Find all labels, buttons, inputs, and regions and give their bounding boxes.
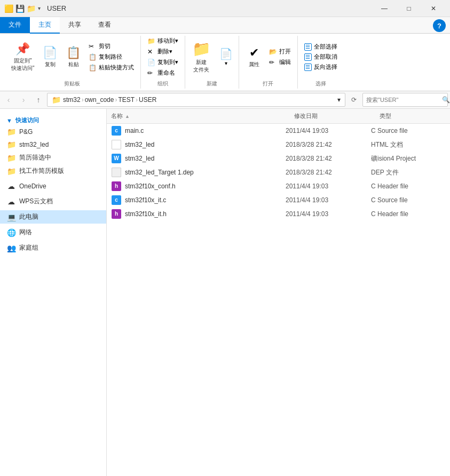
file-row-conf-h[interactable]: h stm32f10x_conf.h 2011/4/4 19:03 C Head… <box>107 179 450 193</box>
open-button[interactable]: 📂 打开 <box>267 46 293 57</box>
new-label: 新建 <box>207 80 217 89</box>
sidebar-item-stm32led[interactable]: 📁 stm32_led <box>0 138 106 151</box>
file-icon-it-c: c <box>111 195 122 205</box>
col-header-name[interactable]: 名称 ▲ <box>107 109 290 123</box>
copy-to-icon: 📄 <box>147 59 156 66</box>
sidebar-item-onedrive[interactable]: ☁ OneDrive <box>0 180 106 193</box>
tab-file[interactable]: 文件 <box>0 17 30 33</box>
network-icon: 🌐 <box>6 228 16 237</box>
select-all-button[interactable]: ☰ 全部选择 <box>302 42 340 51</box>
sidebar-item-wps[interactable]: ☁ WPS云文档 <box>0 195 106 208</box>
tab-home[interactable]: 主页 <box>30 17 60 34</box>
address-part-stm32: stm32 <box>63 96 81 104</box>
delete-button[interactable]: ✕ 删除▾ <box>145 46 180 57</box>
select-check-group: ☰ 全部选择 ☰ 全部取消 ☰ 反向选择 <box>302 42 340 72</box>
new-item-drop: ▾ <box>225 60 227 66</box>
refresh-button[interactable]: ⟳ <box>348 93 360 106</box>
sidebar-label-onedrive: OneDrive <box>19 183 100 190</box>
move-to-button[interactable]: 📁 移动到▾ <box>145 36 180 46</box>
address-bar[interactable]: 📁 stm32 › own_code › TEST › USER ▾ <box>47 93 345 107</box>
paste-shortcut-label: 粘贴快捷方式 <box>99 64 134 72</box>
file-row-stm32led-html[interactable]: stm32_led 2018/3/28 21:42 HTML 文档 <box>107 138 450 152</box>
ribbon-group-clipboard: 📌 固定到" 快速访问" 📄 复制 📋 粘贴 ✂ <box>4 36 141 89</box>
paste-shortcut-icon: 📋 <box>89 64 97 72</box>
title-bar: 🟨 💾 📁 ▾ USER — □ ✕ <box>0 0 450 17</box>
cut-button[interactable]: ✂ 剪切 <box>86 41 136 51</box>
paste-shortcut-button[interactable]: 📋 粘贴快捷方式 <box>86 62 136 73</box>
close-button[interactable]: ✕ <box>421 0 446 17</box>
new-folder-button[interactable]: 📁 新建 文件夹 <box>190 38 214 75</box>
edit-button[interactable]: ✏ 编辑 <box>267 57 293 67</box>
file-row-it-h[interactable]: h stm32f10x_it.h 2011/4/4 19:03 C Header… <box>107 207 450 221</box>
copy-button[interactable]: 📄 复制 <box>40 44 61 70</box>
file-row-it-c[interactable]: c stm32f10x_it.c 2011/4/4 19:03 C Source… <box>107 193 450 207</box>
file-type-stm32led-proj: 礦ision4 Project <box>371 154 446 163</box>
address-folder-icon: 📁 <box>52 96 61 104</box>
rename-button[interactable]: ✏ 重命名 <box>145 68 180 78</box>
file-type-it-c: C Source file <box>371 196 446 204</box>
new-items: 📁 新建 文件夹 📄 ▾ <box>190 36 234 78</box>
open-label: 打开 <box>279 47 291 55</box>
back-button[interactable]: ‹ <box>2 93 15 106</box>
sidebar-label-homegroup: 家庭组 <box>19 243 100 252</box>
sidebar-item-homegroup[interactable]: 👥 家庭组 <box>0 241 106 255</box>
file-icon-conf-h: h <box>111 181 122 192</box>
sidebar-item-template[interactable]: 📁 找工作简历模版 <box>0 164 106 178</box>
minimize-button[interactable]: — <box>372 0 397 17</box>
invert-select-button[interactable]: ☰ 反向选择 <box>302 62 340 72</box>
address-dropdown-arrow[interactable]: ▾ <box>337 96 341 104</box>
dep-file-icon <box>112 168 121 177</box>
help-button[interactable]: ? <box>433 19 446 32</box>
sidebar-label-network: 网络 <box>19 228 100 237</box>
file-type-it-h: C Header file <box>371 210 446 218</box>
search-icon: 🔍 <box>442 96 450 104</box>
copy-to-button[interactable]: 📄 复制到▾ <box>145 57 180 67</box>
delete-label: 删除▾ <box>157 47 172 55</box>
sidebar-section-wps: ☁ WPS云文档 <box>0 195 106 208</box>
up-button[interactable]: ↑ <box>32 93 45 106</box>
sidebar-item-network[interactable]: 🌐 网络 <box>0 226 106 239</box>
sidebar-item-resume[interactable]: 📁 简历筛选中 <box>0 151 106 164</box>
file-type-dep: DEP 文件 <box>371 168 446 177</box>
titlebar-dropdown[interactable]: ▾ <box>38 5 41 11</box>
pin-icon: 📌 <box>15 42 30 56</box>
file-list-area: 名称 ▲ 修改日期 类型 c main.c 2011/4/4 19:03 C S… <box>107 109 450 476</box>
sidebar-label-resume: 简历筛选中 <box>19 153 100 162</box>
new-item-button[interactable]: 📄 ▾ <box>218 46 234 67</box>
tab-share[interactable]: 共享 <box>60 17 90 33</box>
file-list-header: 名称 ▲ 修改日期 类型 <box>107 109 450 124</box>
sidebar-header-quickaccess[interactable]: ▼ 快速访问 <box>0 113 106 125</box>
c-source-icon: c <box>112 126 121 136</box>
folder-icon-stm32led: 📁 <box>6 140 16 149</box>
file-row-dep[interactable]: stm32_led_Target 1.dep 2018/3/28 21:42 D… <box>107 165 450 179</box>
col-header-date[interactable]: 修改日期 <box>290 109 375 123</box>
pin-button[interactable]: 📌 固定到" 快速访问" <box>9 41 37 74</box>
h-header-icon-2: h <box>112 209 121 219</box>
sidebar-section-homegroup: 👥 家庭组 <box>0 241 106 255</box>
col-header-type[interactable]: 类型 <box>375 109 450 123</box>
file-date-dep: 2018/3/28 21:42 <box>286 169 371 176</box>
sidebar-section-quickaccess: ▼ 快速访问 📁 P&G 📁 stm32_led 📁 简历筛选中 📁 找工作简历… <box>0 113 106 178</box>
sidebar-item-pg[interactable]: 📁 P&G <box>0 125 106 138</box>
file-name-it-c: stm32f10x_it.c <box>125 196 286 204</box>
pin-label: 固定到" <box>14 57 32 65</box>
properties-label: 属性 <box>249 61 259 68</box>
tab-view[interactable]: 查看 <box>90 17 120 33</box>
homegroup-icon: 👥 <box>6 244 16 252</box>
copy-path-button[interactable]: 📋 复制路径 <box>86 52 136 62</box>
copy-path-label: 复制路径 <box>99 53 122 61</box>
select-none-button[interactable]: ☰ 全部取消 <box>302 52 340 61</box>
properties-button[interactable]: ✔ 属性 <box>243 44 265 70</box>
file-row-stm32led-proj[interactable]: W stm32_led 2018/3/28 21:42 礦ision4 Proj… <box>107 152 450 165</box>
search-input[interactable] <box>366 97 440 103</box>
forward-button[interactable]: › <box>17 93 30 106</box>
sidebar-item-thispc[interactable]: 💻 此电脑 <box>0 210 106 224</box>
file-type-mainc: C Source file <box>371 127 446 134</box>
maximize-button[interactable]: □ <box>397 0 421 17</box>
title-bar-left: 🟨 💾 📁 ▾ USER <box>4 4 66 13</box>
move-label: 移动到▾ <box>157 37 178 45</box>
paste-button[interactable]: 📋 粘贴 <box>63 44 84 70</box>
file-row-mainc[interactable]: c main.c 2011/4/4 19:03 C Source file <box>107 124 450 138</box>
organize-label: 组织 <box>157 80 168 89</box>
file-date-it-h: 2011/4/4 19:03 <box>286 210 371 218</box>
